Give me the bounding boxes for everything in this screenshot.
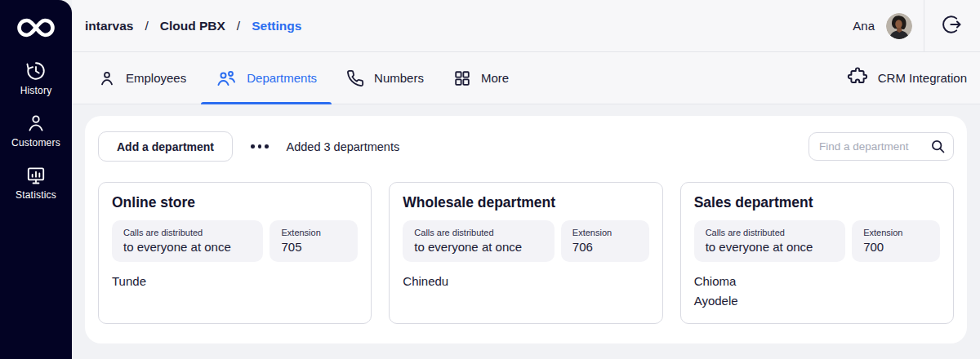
sidebar-item-label: Statistics (16, 189, 56, 201)
sidebar-item-history[interactable]: History (0, 60, 72, 96)
main-area: intarvas / Cloud PBX / Settings Ana (72, 0, 980, 359)
tab-label: Departments (247, 71, 317, 85)
department-cards: Online store Calls are distributed to ev… (98, 182, 954, 324)
search-icon[interactable] (929, 138, 947, 158)
tab-more[interactable]: More (439, 52, 523, 104)
tab-numbers[interactable]: Numbers (332, 52, 439, 104)
tab-label: Numbers (374, 71, 424, 85)
extension-label: Extension (863, 228, 929, 237)
crm-integration-label: CRM Integration (878, 71, 967, 85)
tab-label: Employees (126, 71, 186, 85)
breadcrumb-product[interactable]: Cloud PBX (160, 19, 225, 33)
grid-icon (453, 69, 471, 87)
department-title: Sales department (694, 194, 940, 211)
breadcrumb: intarvas / Cloud PBX / Settings (85, 19, 301, 33)
sidebar-item-label: History (20, 85, 52, 96)
logout-icon (942, 14, 963, 38)
distribution-label: Calls are distributed (414, 228, 542, 237)
departments-panel: Add a department Added 3 departments (85, 116, 967, 343)
logout-button[interactable] (924, 0, 980, 52)
ellipsis-dot (251, 144, 255, 148)
avatar[interactable] (886, 13, 912, 39)
app-root: History Customers Statistics (0, 0, 980, 359)
content-area: Add a department Added 3 departments (72, 104, 980, 359)
distribution-box: Calls are distributed to everyone at onc… (403, 220, 554, 262)
department-card-wholesale[interactable]: Wholesale department Calls are distribut… (389, 182, 662, 324)
crm-integration-link[interactable]: CRM Integration (847, 52, 967, 104)
distribution-label: Calls are distributed (123, 228, 252, 237)
department-card-sales[interactable]: Sales department Calls are distributed t… (680, 182, 954, 324)
distribution-label: Calls are distributed (706, 228, 834, 237)
sidebar-item-customers[interactable]: Customers (0, 113, 72, 148)
ellipsis-menu-button[interactable] (247, 140, 272, 153)
people-icon (216, 69, 237, 88)
breadcrumb-separator: / (237, 19, 240, 33)
extension-label: Extension (281, 228, 346, 237)
department-info: Calls are distributed to everyone at onc… (403, 220, 648, 262)
user-name: Ana (853, 19, 875, 33)
department-info: Calls are distributed to everyone at onc… (694, 220, 940, 262)
ellipsis-dot (258, 144, 262, 148)
breadcrumb-account[interactable]: intarvas (85, 19, 133, 33)
ellipsis-dot (265, 144, 269, 148)
tab-label: More (481, 71, 509, 85)
person-icon (98, 69, 116, 87)
extension-box: Extension 706 (561, 220, 649, 262)
tab-departments[interactable]: Departments (201, 52, 332, 104)
member-name: Chinedu (403, 272, 648, 291)
sidebar-item-statistics[interactable]: Statistics (0, 165, 72, 201)
department-title: Wholesale department (403, 194, 648, 211)
extension-box: Extension 705 (270, 220, 358, 262)
topbar-right: Ana (853, 0, 980, 51)
logo-infinity-icon[interactable] (0, 18, 72, 38)
extension-value: 700 (863, 240, 929, 254)
phone-icon (346, 69, 364, 87)
distribution-value: to everyone at once (706, 240, 834, 254)
member-list: Chinedu (403, 272, 648, 291)
distribution-box: Calls are distributed to everyone at onc… (694, 220, 845, 262)
breadcrumb-separator: / (145, 19, 148, 33)
department-card-online-store[interactable]: Online store Calls are distributed to ev… (98, 182, 372, 324)
add-department-button[interactable]: Add a department (98, 131, 233, 162)
person-icon (25, 113, 47, 134)
distribution-box: Calls are distributed to everyone at onc… (112, 220, 263, 262)
member-name: Ayodele (694, 291, 940, 311)
extension-value: 705 (281, 240, 346, 254)
distribution-value: to everyone at once (414, 240, 542, 254)
extension-label: Extension (572, 228, 638, 237)
member-name: Chioma (694, 272, 940, 291)
extension-value: 706 (572, 240, 638, 254)
extension-box: Extension 700 (852, 220, 940, 262)
statistics-monitor-icon (25, 165, 47, 186)
member-list: Chioma Ayodele (694, 272, 940, 311)
toolbar: Add a department Added 3 departments (98, 131, 954, 162)
sidebar-item-label: Customers (11, 137, 60, 148)
member-list: Tunde (112, 272, 358, 291)
department-title: Online store (112, 194, 358, 211)
history-icon (25, 60, 47, 82)
puzzle-icon (847, 66, 868, 90)
topbar: intarvas / Cloud PBX / Settings Ana (72, 0, 980, 52)
department-info: Calls are distributed to everyone at onc… (112, 220, 358, 262)
tab-employees[interactable]: Employees (83, 52, 201, 104)
breadcrumb-settings: Settings (252, 19, 301, 33)
search-box (808, 132, 954, 161)
departments-count-text: Added 3 departments (287, 140, 400, 153)
distribution-value: to everyone at once (123, 240, 252, 254)
tabs-bar: Employees Departments (72, 52, 980, 104)
member-name: Tunde (112, 272, 358, 291)
sidebar: History Customers Statistics (0, 0, 72, 359)
